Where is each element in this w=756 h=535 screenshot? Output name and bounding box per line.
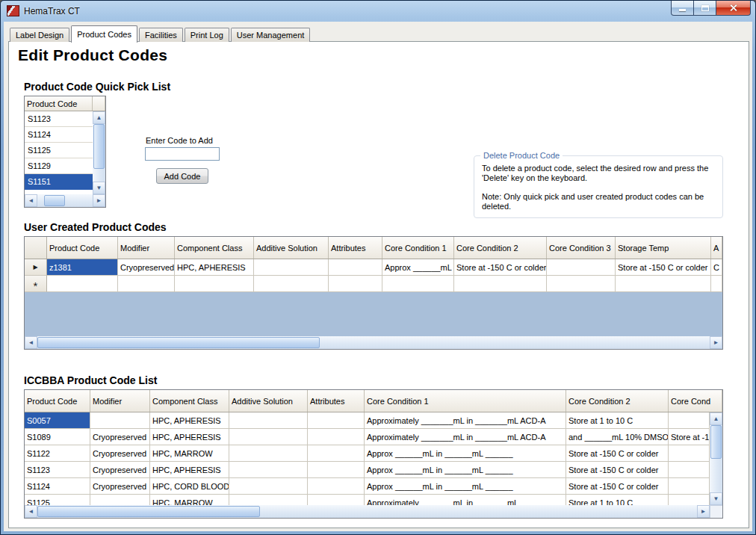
column-header[interactable]: Component Class [175,237,254,259]
cell[interactable] [229,429,308,445]
cell[interactable]: Store at 1 to 10 C [566,412,669,429]
quick-pick-item[interactable]: S1124 [25,127,93,143]
cell[interactable] [254,259,329,276]
scroll-right-button[interactable]: ► [93,194,105,207]
scroll-down-button[interactable]: ▼ [710,492,722,505]
column-header[interactable]: Attributes [329,237,382,259]
cell-product-code[interactable]: S0057 [25,412,90,429]
cell[interactable]: Store at -150 C or colder [566,445,669,462]
titlebar[interactable]: HemaTrax CT [1,1,755,21]
cell[interactable] [669,445,710,462]
quick-pick-column-header[interactable]: Product Code [25,96,93,111]
tab-product-codes[interactable]: Product Codes [71,25,137,43]
column-header[interactable]: Core Condition 1 [382,237,454,259]
cell[interactable]: Store at -150 C or colder [616,259,711,276]
iccbba-vertical-scrollbar[interactable]: ▲ ▼ [710,412,722,505]
horizontal-scroll-thumb[interactable] [37,506,260,517]
cell[interactable] [669,478,710,495]
column-header[interactable]: Attributes [308,390,365,412]
scroll-left-button[interactable]: ◄ [25,194,37,207]
tab-print-log[interactable]: Print Log [185,28,229,42]
iccbba-horizontal-scrollbar[interactable]: ◄ ► [25,505,710,518]
cell[interactable]: Approx ______mL in ______mL ______ [365,478,566,495]
row-selector[interactable]: * [25,276,47,292]
table-row[interactable]: S1124 Cryopreserved HPC, CORD BLOOD Appr… [25,478,710,495]
column-header[interactable]: Product Code [47,237,118,259]
user-created-horizontal-scrollbar[interactable]: ◄ ► [25,336,722,349]
cell[interactable] [547,276,616,292]
cell[interactable]: Store at -12 [669,429,710,445]
cell[interactable]: and ______mL 10% DMSO [566,429,669,445]
cell[interactable]: HPC, MARROW [150,445,229,462]
table-row[interactable]: S1123 Cryopreserved HPC, APHERESIS Appro… [25,462,710,478]
vertical-scroll-thumb[interactable] [710,425,722,459]
code-input[interactable] [145,147,220,161]
column-header[interactable]: Additive Solution [254,237,329,259]
column-header[interactable]: Core Condition 2 [566,390,669,412]
cell-product-code[interactable]: S1123 [25,462,90,478]
cell[interactable] [175,276,254,292]
minimize-button[interactable] [671,1,694,16]
add-code-button[interactable]: Add Code [156,168,208,184]
table-row[interactable]: S0057 HPC, APHERESIS Approximately _____… [25,412,710,429]
cell[interactable] [308,462,365,478]
cell[interactable]: HPC, APHERESIS [150,429,229,445]
cell[interactable] [454,276,547,292]
column-header[interactable]: Core Cond [669,390,722,412]
cell-product-code[interactable]: S1124 [25,478,90,495]
cell[interactable]: Approx ______mL in ______mL ______ [365,445,566,462]
column-header[interactable]: Product Code [25,390,90,412]
cell[interactable] [382,276,454,292]
cell[interactable]: Approx ______mL in ______mL ______ [365,462,566,478]
cell[interactable]: Store at -150 C or colder [454,259,547,276]
tab-user-management[interactable]: User Management [231,28,311,42]
cell-product-code[interactable]: S1089 [25,429,90,445]
cell[interactable]: Cryopreserved [90,445,150,462]
cell[interactable]: Approximately _______mL in _______mL ACD… [365,429,566,445]
column-header[interactable]: Modifier [118,237,175,259]
scroll-left-button[interactable]: ◄ [25,505,37,518]
maximize-button[interactable] [694,1,716,16]
cell[interactable] [616,276,711,292]
cell[interactable]: Cryopreserved [90,478,150,495]
cell[interactable] [229,412,308,429]
cell[interactable] [711,276,722,292]
quick-pick-horizontal-scrollbar[interactable]: ◄ ► [25,194,105,207]
cell[interactable] [118,276,175,292]
quick-pick-item[interactable]: S1129 [25,158,93,174]
tab-label-design[interactable]: Label Design [10,28,69,42]
cell[interactable] [547,259,616,276]
cell[interactable] [669,412,710,429]
cell[interactable] [229,445,308,462]
scroll-up-button[interactable]: ▲ [710,412,722,425]
horizontal-scroll-thumb[interactable] [37,337,320,348]
cell[interactable] [669,462,710,478]
column-header[interactable]: Core Condition 1 [365,390,566,412]
quick-pick-item[interactable]: S1123 [25,111,93,127]
scroll-up-button[interactable]: ▲ [93,111,105,124]
cell[interactable] [47,276,118,292]
cell[interactable]: Cryopreserved [118,259,175,276]
scroll-left-button[interactable]: ◄ [25,336,37,349]
cell[interactable]: Store at -150 C or colder [566,478,669,495]
vertical-scroll-thumb[interactable] [93,124,105,169]
scroll-right-button[interactable]: ► [710,336,722,349]
cell[interactable] [329,276,382,292]
cell[interactable]: Cryopreserved [90,429,150,445]
cell-product-code[interactable]: z1381 [47,259,118,276]
cell[interactable] [254,276,329,292]
cell[interactable]: Approximately _______mL in _______mL ACD… [365,412,566,429]
cell[interactable] [308,445,365,462]
column-header[interactable]: Component Class [150,390,229,412]
quick-pick-item-selected[interactable]: S1151 [25,174,93,190]
cell[interactable] [90,412,150,429]
row-selector-header[interactable] [25,237,47,259]
scroll-right-button[interactable]: ► [697,505,710,518]
cell[interactable]: Store at -150 C or colder [566,462,669,478]
cell[interactable] [308,429,365,445]
table-row[interactable]: ▶ z1381 Cryopreserved HPC, APHERESIS App… [25,259,722,276]
horizontal-scroll-thumb[interactable] [44,195,65,206]
close-button[interactable] [716,1,751,16]
quick-pick-vertical-scrollbar[interactable]: ▲ ▼ [93,111,105,194]
cell[interactable]: HPC, APHERESIS [175,259,254,276]
